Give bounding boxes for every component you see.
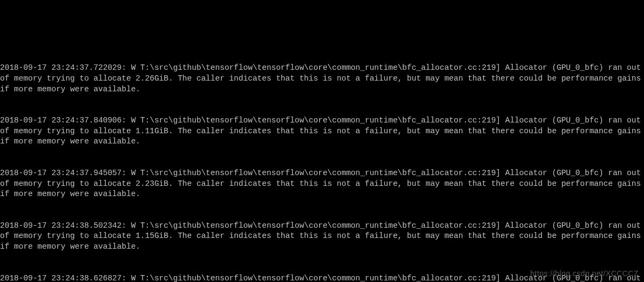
terminal-output: 2018-09-17 23:24:37.722029: W T:\src\git… — [0, 42, 644, 282]
watermark-text: https://blog.csdn.net/XCCCCZ — [530, 269, 639, 279]
log-line: 2018-09-17 23:24:37.840906: W T:\src\git… — [0, 115, 644, 147]
log-line: 2018-09-17 23:24:37.945057: W T:\src\git… — [0, 168, 644, 200]
log-line: 2018-09-17 23:24:38.502342: W T:\src\git… — [0, 221, 644, 252]
log-line: 2018-09-17 23:24:37.722029: W T:\src\git… — [0, 63, 644, 95]
